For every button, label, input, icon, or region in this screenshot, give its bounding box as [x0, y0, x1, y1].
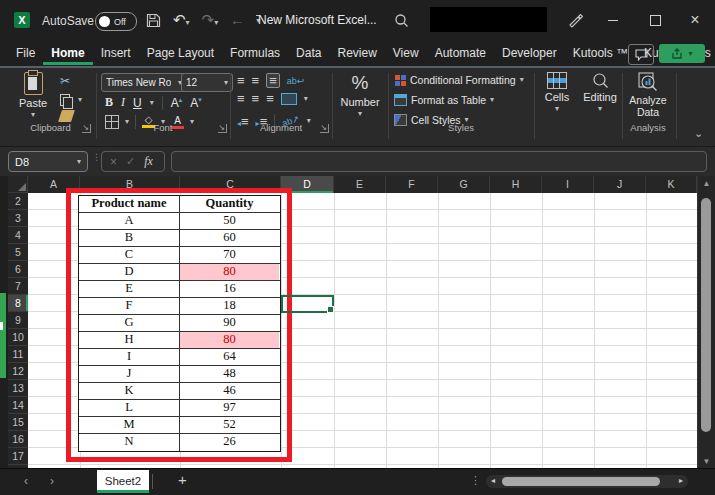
copy-icon[interactable] [60, 92, 70, 110]
ribbon-collapse-chevron-icon[interactable]: ⌄ [694, 128, 703, 139]
column-header-k[interactable]: K [646, 176, 697, 193]
back-arrow-icon[interactable]: ← [230, 12, 244, 28]
maximize-button[interactable] [642, 7, 668, 33]
column-header-i[interactable]: I [542, 176, 594, 193]
cells-group-button[interactable]: Cells ▾ [538, 72, 576, 113]
tab-developer[interactable]: Developer [494, 41, 565, 65]
row-header-selected[interactable]: 8 [8, 295, 28, 312]
align-bottom-icon[interactable]: ≡ [266, 73, 280, 88]
select-all-corner[interactable] [8, 176, 28, 193]
save-icon[interactable] [146, 13, 161, 28]
increase-font-size-icon[interactable]: A▴ [171, 96, 183, 110]
font-name-combo[interactable]: Times New Ro▾ [101, 73, 187, 92]
row-header[interactable]: 14 [8, 397, 28, 414]
format-as-table-button[interactable]: Format as Table ▾ [394, 94, 494, 106]
number-group-button[interactable]: % Number ▾ [336, 72, 384, 118]
excel-app-icon[interactable]: X [14, 12, 30, 28]
underline-button[interactable]: U [133, 96, 142, 110]
row-header[interactable]: 13 [8, 380, 28, 397]
tab-automate[interactable]: Automate [427, 41, 494, 65]
row-header[interactable]: 5 [8, 244, 28, 261]
scrollbar-grip-icon[interactable]: ⋮ [470, 474, 481, 487]
selected-cell-d8[interactable] [281, 295, 334, 313]
tab-kutools[interactable]: Kutools ™ [565, 41, 636, 65]
italic-button[interactable]: I [121, 95, 125, 110]
tab-page-layout[interactable]: Page Layout [139, 41, 222, 65]
draw-pen-icon[interactable] [567, 12, 583, 28]
column-header-f[interactable]: F [386, 176, 438, 193]
tab-insert[interactable]: Insert [93, 41, 139, 65]
next-sheet-icon[interactable]: › [50, 474, 54, 488]
tab-formulas[interactable]: Formulas [222, 41, 288, 65]
clipboard-dialog-launcher-icon[interactable]: ↘ [82, 124, 91, 133]
analyze-data-button[interactable]: Analyze Data [626, 72, 670, 118]
insert-function-icon[interactable]: fx [144, 154, 153, 169]
undo-icon[interactable]: ↶▾ [173, 11, 190, 29]
row-header[interactable]: 11 [8, 346, 28, 363]
sheet-tab-sheet2[interactable]: Sheet2 [97, 470, 149, 493]
merge-dropdown-icon[interactable]: ▾ [304, 95, 308, 103]
tab-file[interactable]: File [8, 41, 43, 65]
add-sheet-icon[interactable]: + [178, 471, 187, 488]
row-header[interactable]: 7 [8, 278, 28, 295]
copy-dropdown-icon[interactable]: ▾ [78, 96, 82, 104]
wrap-text-icon[interactable]: ab↩ [287, 76, 305, 86]
vertical-scrollbar-thumb[interactable] [701, 198, 711, 432]
row-header[interactable]: 4 [8, 227, 28, 244]
column-header-h[interactable]: H [490, 176, 542, 193]
share-button[interactable]: ▾ [659, 44, 705, 63]
format-painter-icon[interactable] [58, 110, 75, 122]
tab-view[interactable]: View [385, 41, 427, 65]
align-left-icon[interactable]: ≡ [237, 92, 245, 105]
align-center-icon[interactable]: ≡ [252, 92, 260, 105]
name-box[interactable]: D8 ▾ [8, 151, 88, 172]
column-header-j[interactable]: J [594, 176, 646, 193]
tab-home[interactable]: Home [43, 41, 92, 65]
scroll-right-icon[interactable]: ▸ [679, 476, 683, 485]
editing-group-button[interactable]: Editing ▾ [580, 72, 620, 113]
row-header[interactable]: 2 [8, 193, 28, 210]
close-button[interactable]: × [682, 7, 708, 33]
tab-data[interactable]: Data [288, 41, 329, 65]
cancel-entry-icon[interactable]: × [110, 155, 117, 169]
cut-icon[interactable]: ✂ [60, 74, 70, 88]
horizontal-scrollbar[interactable]: ◂ ▸ [486, 475, 688, 488]
column-header-g[interactable]: G [438, 176, 490, 193]
tab-review[interactable]: Review [329, 41, 384, 65]
merge-center-icon[interactable] [281, 93, 297, 105]
horizontal-scrollbar-thumb[interactable] [502, 477, 660, 486]
row-header[interactable]: 16 [8, 431, 28, 448]
scroll-left-icon[interactable]: ◂ [491, 476, 495, 485]
row-header[interactable]: 17 [8, 448, 28, 465]
row-header[interactable]: 9 [8, 312, 28, 329]
paste-button[interactable]: Paste ▾ [16, 72, 50, 119]
row-header[interactable]: 3 [8, 210, 28, 227]
redo-icon[interactable]: ↷▾ [202, 11, 219, 29]
confirm-entry-icon[interactable]: ✓ [126, 155, 135, 168]
scroll-up-icon[interactable]: ▲ [698, 179, 715, 188]
scroll-down-icon[interactable]: ▼ [698, 457, 715, 466]
row-header[interactable]: 6 [8, 261, 28, 278]
row-header[interactable]: 15 [8, 414, 28, 431]
comments-button[interactable] [628, 44, 654, 65]
bold-button[interactable]: B [105, 95, 113, 110]
previous-sheet-icon[interactable]: ‹ [24, 474, 28, 488]
align-middle-icon[interactable]: ≡ [252, 74, 260, 87]
fill-handle[interactable] [327, 306, 334, 313]
conditional-formatting-button[interactable]: Conditional Formatting ▾ [394, 74, 524, 86]
align-right-icon[interactable]: ≡ [266, 92, 274, 105]
decrease-font-size-icon[interactable]: A▾ [190, 96, 202, 110]
vertical-scrollbar[interactable]: ▲ ▼ [697, 176, 715, 470]
column-header-e[interactable]: E [334, 176, 386, 193]
search-icon[interactable] [394, 13, 409, 28]
formula-input[interactable] [171, 151, 707, 172]
font-dialog-launcher-icon[interactable]: ↘ [218, 124, 227, 133]
minimize-button[interactable] [600, 7, 626, 33]
autosave-toggle[interactable]: Off [95, 12, 137, 31]
alignment-dialog-launcher-icon[interactable]: ↘ [320, 124, 329, 133]
align-top-icon[interactable]: ≡ [237, 74, 245, 87]
row-header[interactable]: 12 [8, 363, 28, 380]
formula-bar-grip-icon[interactable]: ⋮ [92, 155, 101, 159]
row-header[interactable]: 10 [8, 329, 28, 346]
underline-dropdown-icon[interactable]: ▾ [150, 99, 154, 107]
